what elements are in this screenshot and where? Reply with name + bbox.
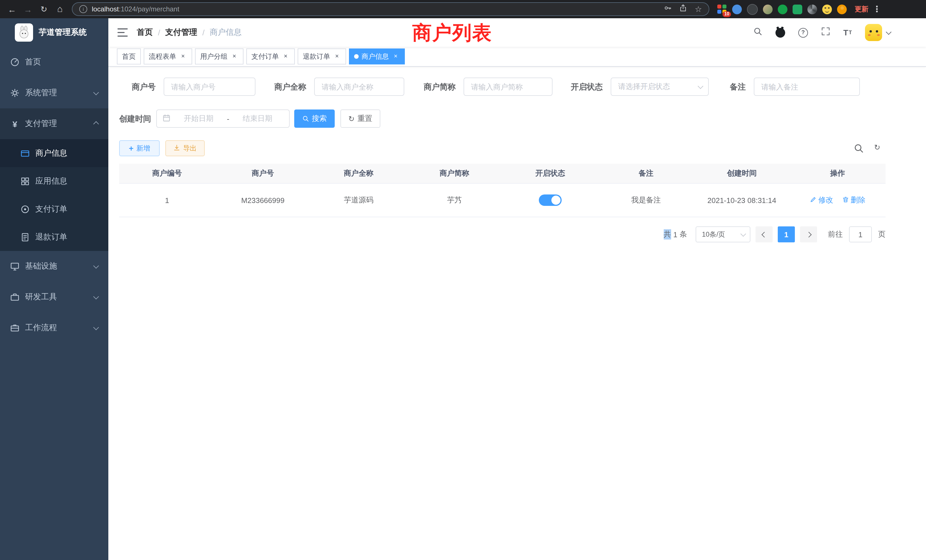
sidebar-item-label: 首页 bbox=[25, 57, 99, 67]
sidebar-item-label: 支付管理 bbox=[25, 119, 88, 129]
github-icon[interactable] bbox=[775, 28, 785, 37]
annotation-merchant-list: 商户列表 bbox=[412, 20, 492, 46]
page-size-select[interactable]: 10条/页 bbox=[696, 226, 750, 242]
goto-page-input[interactable] bbox=[849, 226, 872, 242]
breadcrumb-current: 商户信息 bbox=[210, 27, 242, 38]
browser-forward-icon[interactable] bbox=[21, 2, 35, 17]
status-select-placeholder: 请选择开启状态 bbox=[618, 82, 670, 92]
browser-reload-icon[interactable] bbox=[36, 2, 51, 17]
download-icon bbox=[173, 144, 180, 153]
extension-avatar-icon[interactable] bbox=[763, 4, 773, 14]
tab-home[interactable]: 首页 bbox=[117, 48, 141, 64]
tab-merchant-info[interactable]: 商户信息 × bbox=[349, 48, 405, 64]
refresh-table-icon[interactable] bbox=[874, 143, 881, 152]
sidebar-item-workflow[interactable]: 工作流程 bbox=[0, 312, 108, 343]
prev-page-button[interactable] bbox=[755, 226, 773, 242]
tab-pay-orders[interactable]: 支付订单 × bbox=[246, 48, 295, 64]
sidebar-item-infrastructure[interactable]: 基础设施 bbox=[0, 251, 108, 282]
table-row: 1 M233666999 芋道源码 芋艿 我是备注 2021-10-23 08:… bbox=[119, 184, 885, 217]
search-button-label: 搜索 bbox=[312, 114, 327, 124]
delete-button[interactable]: 删除 bbox=[842, 195, 865, 205]
merchant-short-name-input[interactable] bbox=[464, 77, 552, 96]
page-unit-label: 页 bbox=[878, 229, 885, 239]
sidebar-item-refund-orders[interactable]: 退款订单 bbox=[0, 223, 108, 251]
sidebar-item-pay-orders[interactable]: 支付订单 bbox=[0, 195, 108, 223]
extension-green-square-icon[interactable] bbox=[793, 4, 802, 14]
total-prefix: 共 bbox=[664, 229, 671, 239]
search-icon[interactable] bbox=[753, 27, 763, 38]
merchant-no-input[interactable] bbox=[163, 77, 256, 96]
card-icon bbox=[21, 148, 30, 158]
breadcrumb: 首页 / 支付管理 / 商户信息 bbox=[137, 27, 242, 38]
status-toggle[interactable] bbox=[539, 194, 561, 206]
status-label: 开启状态 bbox=[567, 77, 603, 96]
extension-smiley-icon[interactable] bbox=[822, 4, 832, 14]
password-key-icon[interactable] bbox=[664, 4, 672, 14]
sidebar-item-app-info[interactable]: 应用信息 bbox=[0, 167, 108, 195]
breadcrumb-home[interactable]: 首页 bbox=[137, 27, 153, 38]
column-header: 商户编号 bbox=[119, 168, 215, 179]
tab-close-icon[interactable]: × bbox=[282, 53, 290, 61]
status-select[interactable]: 请选择开启状态 bbox=[611, 77, 709, 96]
help-icon[interactable] bbox=[798, 28, 808, 37]
add-button[interactable]: 新增 bbox=[119, 140, 160, 156]
search-button[interactable]: 搜索 bbox=[294, 109, 335, 128]
cell-status bbox=[502, 194, 598, 206]
extension-dark-icon[interactable] bbox=[747, 4, 758, 15]
tab-label: 首页 bbox=[122, 51, 136, 61]
user-avatar-menu[interactable] bbox=[865, 24, 891, 41]
browser-profile-avatar[interactable] bbox=[837, 4, 847, 14]
sidebar-item-system[interactable]: 系统管理 bbox=[0, 77, 108, 108]
sidebar-item-merchant-info[interactable]: 商户信息 bbox=[0, 139, 108, 167]
tab-close-icon[interactable]: × bbox=[392, 53, 400, 61]
extension-pinwheel-icon[interactable] bbox=[807, 4, 817, 14]
next-page-button[interactable] bbox=[800, 226, 817, 242]
chevron-down-icon bbox=[93, 89, 99, 95]
app-logo[interactable]: 芋道管理系统 bbox=[0, 18, 108, 47]
cell-create-time: 2021-10-23 08:31:14 bbox=[694, 196, 790, 204]
browser-menu-icon[interactable] bbox=[870, 2, 884, 17]
extension-drop-icon[interactable] bbox=[732, 4, 742, 14]
tab-label: 用户分组 bbox=[200, 51, 227, 61]
main-area: 首页 / 支付管理 / 商户信息 商户列表 bbox=[108, 18, 926, 560]
browser-home-icon[interactable] bbox=[53, 2, 67, 17]
page-content: 商户号 商户全称 商户简称 开启状态 请选择开启状态 备注 创建时间 开始日期 bbox=[108, 67, 926, 560]
tab-close-icon[interactable]: × bbox=[179, 53, 187, 61]
extension-grid-icon[interactable]: 10 bbox=[717, 4, 727, 14]
breadcrumb-payment[interactable]: 支付管理 bbox=[165, 27, 197, 38]
sidebar: 芋道管理系统 首页 系统管理 支付管理 bbox=[0, 18, 108, 560]
extension-green-circle-icon[interactable] bbox=[778, 4, 787, 14]
hamburger-icon[interactable] bbox=[118, 27, 128, 38]
reset-button[interactable]: 重置 bbox=[340, 109, 380, 128]
sidebar-item-dev-tools[interactable]: 研发工具 bbox=[0, 282, 108, 312]
top-navbar: 首页 / 支付管理 / 商户信息 商户列表 bbox=[108, 18, 926, 47]
edit-button[interactable]: 修改 bbox=[809, 195, 833, 205]
tab-close-icon[interactable]: × bbox=[230, 53, 238, 61]
start-date-placeholder: 开始日期 bbox=[173, 114, 225, 124]
sidebar-item-label: 商户信息 bbox=[35, 148, 67, 158]
bookmark-star-icon[interactable] bbox=[695, 5, 702, 14]
tab-refund-orders[interactable]: 退款订单 × bbox=[298, 48, 346, 64]
remark-label: 备注 bbox=[729, 77, 746, 96]
export-button[interactable]: 导出 bbox=[165, 140, 205, 156]
toggle-search-icon[interactable] bbox=[853, 143, 864, 153]
sidebar-item-home[interactable]: 首页 bbox=[0, 47, 108, 77]
page-info-icon[interactable] bbox=[79, 5, 87, 13]
page-1-button[interactable]: 1 bbox=[778, 226, 795, 242]
font-size-icon[interactable] bbox=[843, 28, 852, 37]
share-icon[interactable] bbox=[679, 4, 687, 14]
remark-input[interactable] bbox=[754, 77, 860, 96]
yen-icon bbox=[10, 119, 20, 128]
tab-process-form[interactable]: 流程表单 × bbox=[144, 48, 192, 64]
browser-back-icon[interactable] bbox=[5, 2, 20, 17]
url-bar[interactable]: localhost:1024/pay/merchant bbox=[72, 2, 709, 16]
chevron-up-icon bbox=[93, 121, 99, 127]
tab-user-group[interactable]: 用户分组 × bbox=[195, 48, 244, 64]
create-time-range-picker[interactable]: 开始日期 - 结束日期 bbox=[156, 109, 290, 128]
browser-update-button[interactable]: 更新 bbox=[855, 4, 869, 14]
fullscreen-icon[interactable] bbox=[821, 27, 830, 38]
total-value: 1 bbox=[673, 230, 677, 239]
sidebar-item-payment[interactable]: 支付管理 bbox=[0, 108, 108, 139]
merchant-name-input[interactable] bbox=[314, 77, 404, 96]
tab-close-icon[interactable]: × bbox=[333, 53, 341, 61]
